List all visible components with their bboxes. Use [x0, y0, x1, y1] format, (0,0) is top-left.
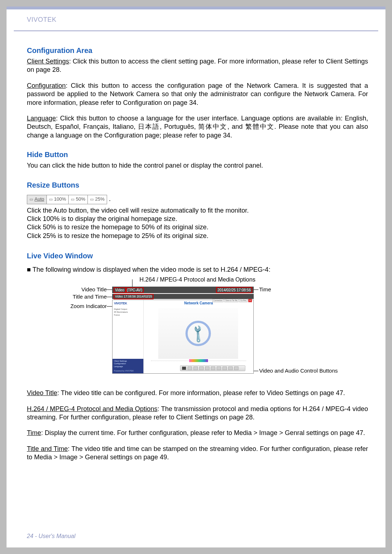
lvw-tabs: Connection Save to Tar file Go Rec ✕: [212, 299, 252, 302]
lvw-side-bottom: Client Settings Configuration Language P…: [113, 359, 143, 374]
page-header: VIVOTEK: [7, 9, 385, 29]
section-title-hide-button: Hide Button: [27, 150, 368, 159]
control-button[interactable]: [182, 366, 186, 370]
wrench-circle-icon: 🔧: [185, 321, 211, 346]
resize-line-4: Click 25% is to resize the homepage to 2…: [27, 232, 368, 240]
lvw-diagram: Video Title Title and Time Zoom Indicato…: [49, 285, 350, 383]
lvw-logo: VIVOTEK: [114, 301, 142, 306]
monitor-icon: ▭: [49, 197, 53, 202]
text-client-settings: : Click this button to access the client…: [27, 58, 368, 73]
lvw-intro: ■ The following window is displayed when…: [27, 266, 368, 274]
control-button[interactable]: [193, 366, 198, 370]
timeline[interactable]: [151, 359, 246, 362]
resize-label-100: 100%: [54, 196, 66, 202]
text-time: : Display the current time. For further …: [41, 429, 365, 436]
para-configuration: Configuration: Click this button to acce…: [27, 82, 368, 107]
manual-page: VIVOTEK Configuration Area Client Settin…: [7, 7, 385, 547]
callout-zoom-indicator: Zoom Indicator: [49, 303, 107, 310]
lvw-title-right: 2014/02/25 17:08:56: [217, 288, 252, 292]
lvw-tab[interactable]: Connection: [212, 299, 224, 302]
lvw-window: VIVOTEK Digital Output IR Illuminators F…: [112, 300, 254, 374]
resize-button-50[interactable]: ▭50%: [69, 195, 88, 204]
resize-line-2: Click 100% is to display the original ho…: [27, 215, 368, 223]
lvw-side-link[interactable]: Configuration: [114, 362, 142, 365]
lvw-tab[interactable]: Save to Tar file: [224, 299, 238, 302]
lvw-side-link[interactable]: Client Settings: [114, 360, 142, 363]
resize-line-1: Click the Auto button, the video cell wi…: [27, 206, 368, 215]
monitor-icon: ▭: [71, 197, 74, 202]
text-title-and-time: : The video title and time can be stampe…: [27, 445, 368, 461]
para-hide: You can click the hide button to hide th…: [27, 161, 368, 170]
control-button[interactable]: [228, 366, 233, 370]
text-language: : Click this button to choose a language…: [27, 115, 368, 139]
label-protocol: H.264 / MPEG-4 Protocol and Media Option…: [27, 405, 158, 413]
lvw-side-item: IR Illuminators: [114, 311, 142, 314]
resize-button-group: ▭Auto ▭100% ▭50% ▭25%: [27, 195, 107, 204]
para-title-and-time: Title and Time: The video title and time…: [27, 445, 368, 462]
control-button[interactable]: [205, 366, 209, 370]
brand-text: VIVOTEK: [27, 16, 57, 23]
resize-button-25[interactable]: ▭25%: [88, 195, 107, 204]
resize-label-25: 25%: [95, 196, 105, 202]
callout-title-and-time: Title and Time: [49, 293, 107, 300]
monitor-icon: ▭: [90, 197, 94, 202]
resize-line-3: Click 50% is to resize the homepage to 5…: [27, 223, 368, 231]
para-time: Time: Display the current time. For furt…: [27, 429, 368, 437]
control-button[interactable]: [199, 366, 204, 370]
lvw-sidebar: VIVOTEK Digital Output IR Illuminators F…: [113, 300, 144, 373]
close-icon[interactable]: ✕: [248, 299, 252, 302]
para-client-settings: Client Settings: Click this button to ac…: [27, 57, 368, 74]
resize-label-auto: Auto: [34, 196, 44, 202]
wrench-icon: 🔧: [187, 323, 209, 345]
lvw-caption: H.264 / MPEG-4 Protocol and Media Option…: [27, 276, 368, 284]
lvw-side-footer: Powered by VIVOTEK: [114, 370, 142, 373]
resize-button-auto[interactable]: ▭Auto: [27, 195, 47, 204]
resize-row: ▭Auto ▭100% ▭50% ▭25% .: [27, 192, 368, 206]
label-configuration: Configuration: [27, 82, 66, 89]
resize-trailing-dot: .: [109, 195, 111, 202]
lvw-title-bar: Video (TPC-AV) 2014/02/25 17:08:56: [112, 287, 254, 293]
para-language: Language: Click this button to choose a …: [27, 114, 368, 140]
control-button[interactable]: [234, 366, 238, 370]
video-feed-placeholder: 🔧: [158, 308, 238, 359]
lvw-stamp-text: Video 17:08:56 2014/02/25: [114, 295, 153, 299]
control-button[interactable]: [188, 366, 192, 370]
resize-button-100[interactable]: ▭100%: [47, 195, 69, 204]
page-content: Configuration Area Client Settings: Clic…: [7, 31, 385, 462]
lvw-side-link[interactable]: Language: [114, 365, 142, 368]
lvw-stamp-bar: Video 17:08:56 2014/02/25: [112, 294, 254, 299]
label-video-title: Video Title: [27, 389, 57, 397]
callout-video-audio-controls: Video and Audio Control Buttons: [259, 367, 338, 374]
label-time: Time: [27, 429, 41, 436]
lvw-title-mid: (TPC-AV): [126, 288, 143, 292]
page-footer: 24 - User's Manual: [27, 533, 75, 539]
lvw-main: Connection Save to Tar file Go Rec ✕ Net…: [144, 300, 253, 373]
label-title-and-time: Title and Time: [27, 445, 68, 452]
resize-label-50: 50%: [76, 196, 85, 202]
callout-time: Time: [259, 286, 271, 293]
monitor-icon: ▭: [29, 197, 33, 202]
para-protocol: H.264 / MPEG-4 Protocol and Media Option…: [27, 405, 368, 422]
control-button[interactable]: [222, 366, 227, 370]
lvw-side-item: Focus: [114, 314, 142, 317]
text-video-title: : The video title can be configured. For…: [57, 389, 345, 397]
para-video-title: Video Title: The video title can be conf…: [27, 389, 368, 397]
lvw-tab[interactable]: Go Rec: [239, 299, 248, 302]
section-title-resize-buttons: Resize Buttons: [27, 180, 368, 190]
video-audio-control-bar[interactable]: [180, 365, 245, 371]
label-client-settings: Client Settings: [27, 58, 69, 65]
control-button[interactable]: [217, 366, 221, 370]
label-language: Language: [27, 115, 56, 122]
section-title-live-video-window: Live Video Window: [27, 251, 368, 260]
text-configuration: : Click this button to access the config…: [27, 82, 368, 106]
section-title-configuration-area: Configuration Area: [27, 46, 368, 55]
lvw-side-item: Digital Output: [114, 308, 142, 311]
control-button[interactable]: [211, 366, 215, 370]
lvw-title-left: Video: [114, 288, 126, 292]
callout-video-title: Video Title: [49, 286, 107, 293]
